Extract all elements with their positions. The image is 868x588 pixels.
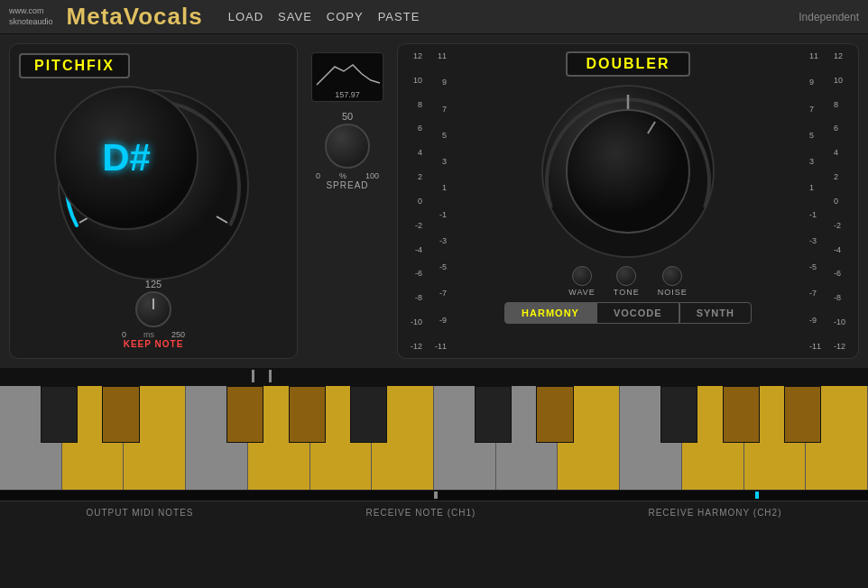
black-key-8[interactable] bbox=[536, 386, 573, 443]
spread-range: 0 % 100 bbox=[316, 171, 379, 180]
wave-knob-item: WAVE bbox=[568, 266, 596, 297]
doubler-controls: WAVE TONE NOISE bbox=[568, 266, 687, 297]
noise-knob[interactable] bbox=[662, 266, 682, 286]
pitchfix-title: PITCHFIX bbox=[19, 53, 130, 78]
black-key-10[interactable] bbox=[660, 386, 697, 443]
black-key-7[interactable] bbox=[475, 386, 512, 443]
spread-value: 50 bbox=[316, 111, 379, 122]
scroll-marker-white bbox=[434, 492, 438, 499]
spread-percent: % bbox=[339, 171, 346, 180]
tone-label: TONE bbox=[614, 288, 640, 297]
scale-left-inner: 11 9 7 5 3 1 -1 -3 -5 -7 -9 -11 bbox=[429, 51, 449, 351]
keep-note-min: 0 bbox=[122, 330, 126, 339]
top-indicators bbox=[0, 368, 868, 386]
receive-note-label: RECEIVE NOTE (CH1) bbox=[366, 508, 476, 518]
mode-buttons: HARMONY VOCODE SYNTH bbox=[504, 302, 752, 324]
piano-section: OUTPUT MIDI NOTES RECEIVE NOTE (CH1) REC… bbox=[0, 368, 868, 514]
waveform-display: 157.97 bbox=[311, 52, 383, 102]
tone-knob[interactable] bbox=[616, 266, 636, 286]
marker-2 bbox=[269, 370, 272, 382]
knob-tick bbox=[152, 299, 154, 309]
synth-button[interactable]: SYNTH bbox=[679, 302, 752, 324]
app-title: MetaVocals bbox=[67, 3, 203, 31]
logo-area: www.com sknoteaudio bbox=[9, 6, 53, 27]
pitchfix-knob-container[interactable]: D# bbox=[54, 86, 253, 284]
wave-knob[interactable] bbox=[572, 266, 592, 286]
black-key-5[interactable] bbox=[350, 386, 387, 443]
top-bar: www.com sknoteaudio MetaVocals LOAD SAVE… bbox=[0, 0, 868, 34]
scale-right-inner: 11 9 7 5 3 1 -1 -3 -5 -7 -9 -11 bbox=[807, 51, 826, 351]
harmony-button[interactable]: HARMONY bbox=[504, 302, 596, 324]
pitchfix-knob[interactable]: D# bbox=[54, 86, 199, 230]
keep-note-ms: ms bbox=[143, 330, 154, 339]
save-button[interactable]: SAVE bbox=[278, 10, 312, 23]
pitch-note: D# bbox=[102, 136, 151, 179]
black-key-11[interactable] bbox=[723, 386, 760, 443]
logo-line1: www.com bbox=[9, 6, 53, 17]
doubler-title: DOUBLER bbox=[566, 51, 689, 77]
black-key-4[interactable] bbox=[289, 386, 326, 443]
keep-note-knob[interactable] bbox=[135, 291, 171, 327]
piano-roll[interactable] bbox=[0, 386, 868, 490]
bottom-indicators bbox=[0, 490, 868, 501]
panels-row: PITCHFIX bbox=[0, 34, 868, 368]
mode-label: Independent bbox=[799, 11, 859, 23]
noise-label: NOISE bbox=[658, 288, 688, 297]
spread-label: SPREAD bbox=[316, 180, 379, 190]
doubler-center: DOUBLER bbox=[454, 51, 802, 351]
keep-note-label: KEEP NOTE bbox=[122, 339, 185, 349]
spread-knob[interactable] bbox=[325, 124, 370, 169]
bottom-labels: OUTPUT MIDI NOTES RECEIVE NOTE (CH1) REC… bbox=[0, 501, 868, 524]
tone-knob-item: TONE bbox=[614, 266, 640, 297]
logo-line2: sknoteaudio bbox=[9, 17, 53, 28]
copy-button[interactable]: COPY bbox=[327, 10, 364, 23]
middle-panel: 157.97 50 0 % 100 SPREAD bbox=[307, 43, 388, 359]
pitchfix-panel: PITCHFIX bbox=[9, 43, 298, 359]
doubler-knob[interactable] bbox=[538, 81, 718, 262]
main-content: PITCHFIX bbox=[0, 34, 868, 588]
keep-note-max: 250 bbox=[171, 330, 185, 339]
vocode-button[interactable]: VOCODE bbox=[596, 302, 679, 324]
scale-right-outer: 12 10 8 6 4 2 0 -2 -4 -6 -8 -10 -12 bbox=[831, 51, 851, 351]
marker-1 bbox=[252, 370, 254, 382]
black-key-12[interactable] bbox=[784, 386, 821, 443]
doubler-top: 12 10 8 6 4 2 0 -2 -4 -6 -8 -10 -12 11 bbox=[405, 51, 851, 351]
noise-knob-item: NOISE bbox=[658, 266, 688, 297]
black-key-3[interactable] bbox=[226, 386, 263, 443]
spread-max: 100 bbox=[365, 171, 379, 180]
scroll-marker-cyan bbox=[755, 492, 759, 499]
paste-button[interactable]: PASTE bbox=[378, 10, 420, 23]
svg-point-6 bbox=[567, 110, 689, 233]
doubler-panel: 12 10 8 6 4 2 0 -2 -4 -6 -8 -10 -12 11 bbox=[397, 43, 859, 359]
output-midi-label: OUTPUT MIDI NOTES bbox=[86, 508, 193, 518]
black-key-0[interactable] bbox=[41, 386, 78, 443]
receive-harmony-label: RECEIVE HARMONY (CH2) bbox=[648, 508, 781, 518]
spread-knob-area: 50 0 % 100 SPREAD bbox=[316, 111, 379, 190]
keep-note-area: 125 0 ms 250 KEEP NOTE bbox=[122, 279, 185, 349]
wave-label: WAVE bbox=[568, 288, 596, 297]
keep-note-value-label: 125 bbox=[122, 279, 185, 289]
black-key-1[interactable] bbox=[102, 386, 139, 443]
load-button[interactable]: LOAD bbox=[228, 10, 263, 23]
spread-min: 0 bbox=[316, 171, 320, 180]
scale-left-outer: 12 10 8 6 4 2 0 -2 -4 -6 -8 -10 -12 bbox=[405, 51, 425, 351]
waveform-value: 157.97 bbox=[312, 90, 383, 99]
